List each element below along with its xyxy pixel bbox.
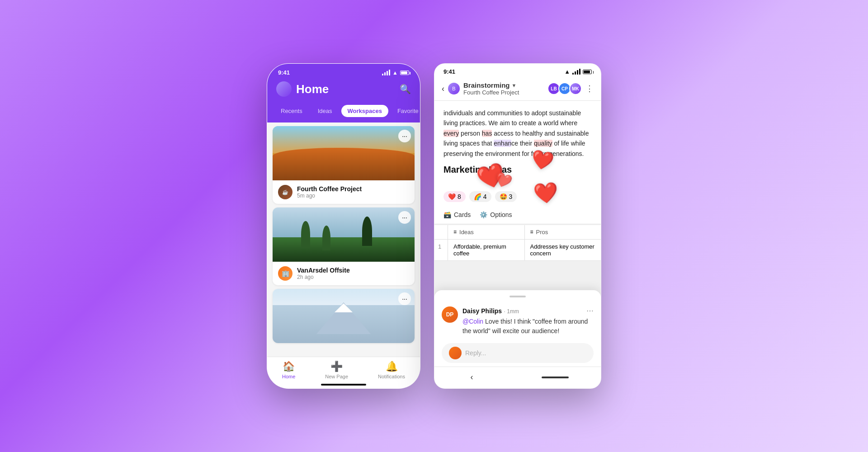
doc-body: individuals and communities to adopt sus… <box>434 101 601 189</box>
notifications-icon: 🔔 <box>386 361 398 372</box>
highlight-enhance: enhan <box>494 140 511 147</box>
bottom-bar: ‹ <box>434 367 601 388</box>
reply-input[interactable]: Reply... <box>465 349 586 357</box>
vanarsdel-more-button[interactable]: ··· <box>398 211 411 224</box>
feed-card-vanarsdel[interactable]: ··· 🏢 VanArsdel Offsite 2h ago <box>273 207 415 285</box>
header-right: LB CP MK ⋮ <box>547 82 594 95</box>
action-bar: 🗃️ Cards ⚙️ Options <box>434 207 601 224</box>
starstruck-emoji: 🤩 <box>500 193 507 200</box>
reaction-heart[interactable]: ❤️ 8 <box>443 191 466 202</box>
card-image-desert: ··· <box>273 126 415 180</box>
desert-landscape <box>273 126 415 180</box>
comment-text: @Colin Love this! I think "coffee from a… <box>462 317 594 336</box>
more-options-button[interactable]: ⋮ <box>585 84 594 94</box>
idea-value: Affordable, premium coffee <box>453 243 519 257</box>
highlight-has: has <box>482 130 492 137</box>
comment-author-time: Daisy Philips · 1mm <box>462 307 519 315</box>
member-avatars: LB CP MK <box>547 82 582 95</box>
header-left: Home <box>276 81 329 97</box>
doc-paragraph: individuals and communities to adopt sus… <box>443 108 592 159</box>
table-pro-cell: Addresses key customer concern <box>525 240 601 260</box>
vanarsdel-item-text: VanArsdel Offsite 2h ago <box>297 267 350 280</box>
tab-recents[interactable]: Recents <box>274 105 309 117</box>
comment-mention: @Colin <box>462 318 483 325</box>
left-status-bar: 9:41 ▲ <box>267 64 420 79</box>
tab-ideas[interactable]: Ideas <box>311 105 339 117</box>
left-phone: 9:41 ▲ Home 🔍 Recents <box>267 63 420 389</box>
options-label: Options <box>490 211 512 218</box>
left-header: Home 🔍 <box>267 79 420 103</box>
reaction-rainbow[interactable]: 🌈 4 <box>469 191 491 202</box>
feed-card-mountain[interactable]: ··· <box>273 289 415 343</box>
new-page-icon: ➕ <box>330 361 343 372</box>
workspace-subtitle: Fourth Coffee Project <box>463 89 519 96</box>
mountain-landscape <box>273 289 415 343</box>
pros-col-label: Pros <box>536 229 548 235</box>
back-arrow[interactable]: ‹ <box>467 371 477 384</box>
table-section: ≡ Ideas ≡ Pros 1 Affordable, premium cof… <box>434 225 601 261</box>
table-idea-cell: Affordable, premium coffee <box>448 240 525 260</box>
nav-home[interactable]: 🏠 Home <box>282 361 295 379</box>
pros-col-icon: ≡ <box>530 229 533 235</box>
nav-notifications[interactable]: 🔔 Notifications <box>378 361 405 379</box>
table-row-num: 1 <box>434 240 448 260</box>
mountain-more-button[interactable]: ··· <box>398 292 411 305</box>
back-button[interactable]: ‹ <box>442 84 444 94</box>
nav-notifications-label: Notifications <box>378 374 405 379</box>
phones-container: 9:41 ▲ Home 🔍 Recents <box>267 63 601 389</box>
comment-body: Daisy Philips · 1mm ⋯ @Colin Love this! … <box>462 306 594 336</box>
feed: ··· ☕ Fourth Coffee Project 5m ago <box>267 122 420 357</box>
comment-time: · 1mm <box>504 308 519 315</box>
reply-avatar <box>449 347 462 359</box>
rainbow-emoji: 🌈 <box>474 193 481 200</box>
vanarsdel-avatar: 🏢 <box>278 266 292 281</box>
search-button[interactable]: 🔍 <box>400 84 411 94</box>
options-button[interactable]: ⚙️ Options <box>480 211 512 218</box>
right-header-left: ‹ B Brainstorming ▼ Fourth Coffee Projec… <box>442 81 519 96</box>
tab-workspaces[interactable]: Workspaces <box>341 105 388 117</box>
section-title: Marketing Ideas <box>443 162 592 177</box>
home-indicator-right <box>542 377 569 378</box>
user-avatar[interactable] <box>276 81 292 97</box>
pro-value: Addresses key customer concern <box>530 243 596 257</box>
card-image-mountain: ··· <box>273 289 415 343</box>
table-pros-header: ≡ Pros <box>525 225 601 239</box>
battery-icon-right <box>583 70 592 74</box>
ideas-col-icon: ≡ <box>453 229 457 235</box>
table-ideas-header: ≡ Ideas <box>448 225 525 239</box>
workspace-name: Brainstorming ▼ <box>463 81 519 89</box>
reaction-starstruck[interactable]: 🤩 3 <box>495 191 517 202</box>
sheet-handle <box>509 296 526 297</box>
card-info-vanarsdel: 🏢 VanArsdel Offsite 2h ago <box>273 262 415 285</box>
coffee-project-title: Fourth Coffee Project <box>297 185 362 193</box>
comment-author: Daisy Philips <box>462 307 502 315</box>
table-num-header <box>434 225 448 239</box>
right-time: 9:41 <box>443 68 455 75</box>
cards-icon: 🗃️ <box>443 211 451 218</box>
rainbow-count: 4 <box>483 193 487 200</box>
card-more-button[interactable]: ··· <box>398 130 411 142</box>
signal-icon <box>382 70 390 75</box>
home-title: Home <box>296 82 329 96</box>
nav-new-page[interactable]: ➕ New Page <box>325 361 348 379</box>
dropdown-icon: ▼ <box>512 83 517 88</box>
right-status-icons: ▲ <box>564 68 592 75</box>
nav-tabs: Recents Ideas Workspaces Favorite <box>267 103 420 122</box>
cards-button[interactable]: 🗃️ Cards <box>443 211 471 218</box>
feed-card-coffee[interactable]: ··· ☕ Fourth Coffee Project 5m ago <box>273 126 415 204</box>
heart-emoji: ❤️ <box>448 193 456 200</box>
highlight-quality: quality <box>534 140 552 147</box>
highlight-every: every <box>443 130 459 137</box>
battery-icon <box>400 71 409 75</box>
reply-box[interactable]: Reply... <box>442 343 594 363</box>
comment-more-button[interactable]: ⋯ <box>586 306 594 315</box>
right-phone: 9:41 ▲ ‹ B <box>434 63 601 389</box>
starstruck-count: 3 <box>509 193 513 200</box>
coffee-item-text: Fourth Coffee Project 5m ago <box>297 185 362 199</box>
heart-count: 8 <box>458 193 461 200</box>
tab-favorite[interactable]: Favorite <box>391 105 420 117</box>
home-icon: 🏠 <box>283 361 295 372</box>
left-status-icons: ▲ <box>382 70 409 76</box>
reactions-row: ❤️ 8 🌈 4 🤩 3 <box>434 189 601 207</box>
nav-home-label: Home <box>282 374 295 379</box>
